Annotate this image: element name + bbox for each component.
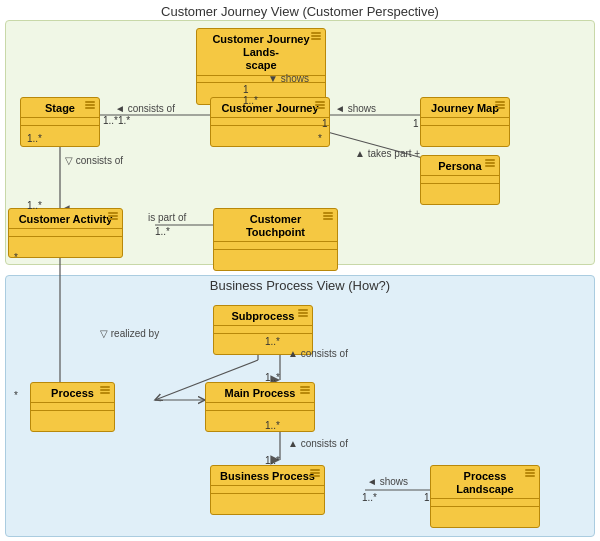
box-cj-label: Customer Journey [211,98,329,118]
box-customer-activity: Customer Activity [8,208,123,258]
label-consists-stage-ca: ▽ consists of [65,155,123,166]
box-cjl-label: Customer Journey Lands-scape [197,29,325,76]
uml-icon-proc [100,386,110,394]
mult-mp-bp-1star2: 1..* [265,455,280,466]
box-journey-map: Journey Map [420,97,510,147]
mult-stage-ca-1star1: 1..* [27,133,42,144]
mult-cjl-cj-1star: 1..* [243,95,258,106]
box-bp-label: Business Process [211,466,324,486]
box-customer-journey: Customer Journey [210,97,330,147]
uml-icon-ct [323,212,333,220]
box-persona-label: Persona [421,156,499,176]
uml-icon-sub [298,309,308,317]
box-customer-touchpoint: Customer Touchpoint [213,208,338,271]
uml-icon-cjl [311,32,321,40]
label-is-part-of: is part of [148,212,186,223]
mult-sub-mp-1star2: 1..* [265,372,280,383]
label-shows-cj-jm: ◄ shows [335,103,376,114]
uml-icon-ca [108,212,118,220]
box-jm-label: Journey Map [421,98,509,118]
box-pl-label: Process Landscape [431,466,539,499]
box-sub-label: Subprocess [214,306,312,326]
box-proc-c1 [31,403,114,417]
box-persona-c2 [421,190,499,204]
label-shows-cjl-cj: ▼ shows [268,73,309,84]
box-bp-c2 [211,500,324,514]
mult-stage-cj-1: 1..*1.* [103,115,130,126]
label-shows-bp-pl: ◄ shows [367,476,408,487]
label-consists-stage-cj: ◄ consists of [115,103,175,114]
mult-stage-ca-1star2: 1..* [27,200,42,211]
label-consists-sub-mp: ▲ consists of [288,348,348,359]
mult-bp-pl-1: 1 [424,492,430,503]
uml-icon-persona [485,159,495,167]
mult-bp-pl-1star: 1..* [362,492,377,503]
box-stage-c1 [21,118,99,132]
mult-cjl-cj-1: 1 [243,84,249,95]
uml-icon-bp [310,469,320,477]
mult-proc-bottom-star: * [14,390,18,401]
box-sub-c1 [214,326,312,340]
label-consists-mp-bp: ▲ consists of [288,438,348,449]
mult-cj-persona-star: * [318,133,322,144]
box-pl-c1 [431,499,539,513]
uml-icon-stage [85,101,95,109]
mult-cj-jm-1b: 1 [413,118,419,129]
uml-icon-pl [525,469,535,477]
box-ct-label: Customer Touchpoint [214,209,337,242]
box-mp-c1 [206,403,314,417]
box-jm-c1 [421,118,509,132]
box-stage-label: Stage [21,98,99,118]
box-ca-c1 [9,229,122,243]
box-ca-label: Customer Activity [9,209,122,229]
mult-cj-jm-1: 1 [322,118,328,129]
box-mp-c2 [206,417,314,431]
box-customer-journey-landscape: Customer Journey Lands-scape [196,28,326,105]
box-ct-c2 [214,256,337,270]
box-mp-label: Main Process [206,383,314,403]
box-cj-c1 [211,118,329,132]
box-bp-c1 [211,486,324,500]
title-bottom: Business Process View (How?) [0,278,600,293]
box-process: Process [30,382,115,432]
mult-sub-mp-1star1: 1..* [265,336,280,347]
box-persona-c1 [421,176,499,190]
box-cj-c2 [211,132,329,146]
box-main-process: Main Process [205,382,315,432]
box-jm-c2 [421,132,509,146]
box-proc-c2 [31,417,114,431]
uml-icon-cj [315,101,325,109]
mult-mp-bp-1star1: 1..* [265,420,280,431]
box-pl-c2 [431,513,539,527]
uml-icon-jm [495,101,505,109]
box-process-landscape: Process Landscape [430,465,540,528]
box-ca-c2 [9,243,122,257]
uml-icon-mp [300,386,310,394]
label-takes-part: ▲ takes part + [355,148,420,159]
diagram-container: Customer Journey View (Customer Perspect… [0,0,600,541]
box-business-process: Business Process [210,465,325,515]
mult-ca-ct-1star: 1..* [155,226,170,237]
box-persona: Persona [420,155,500,205]
label-realized-by: ▽ realized by [100,328,159,339]
box-ct-c1 [214,242,337,256]
title-top: Customer Journey View (Customer Perspect… [0,4,600,19]
mult-ca-proc-star: * [14,252,18,263]
box-proc-label: Process [31,383,114,403]
